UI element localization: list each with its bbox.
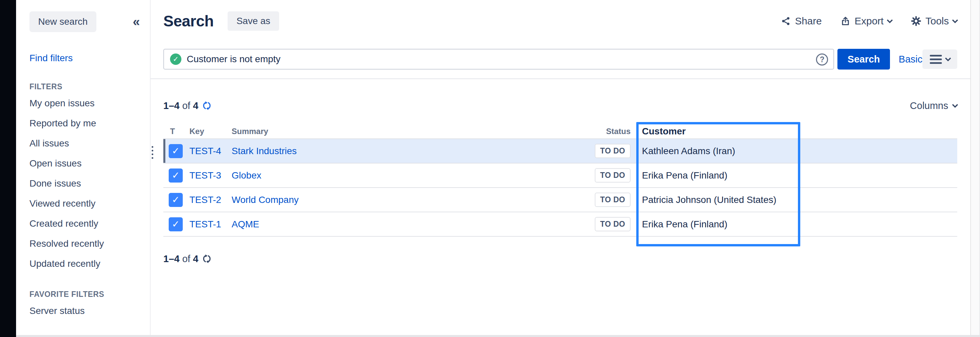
customer-value: Erika Pena (Finland): [631, 219, 800, 230]
row-checkbox[interactable]: ✓: [169, 144, 183, 158]
search-button[interactable]: Search: [837, 49, 890, 70]
columns-dropdown[interactable]: Columns: [910, 100, 957, 111]
sidebar-item-resolved-recently[interactable]: Resolved recently: [29, 234, 140, 254]
sidebar-item-done-issues[interactable]: Done issues: [29, 174, 140, 193]
sidebar-item-open-issues[interactable]: Open issues: [29, 153, 140, 174]
row-checkbox[interactable]: ✓: [169, 193, 183, 207]
status-badge: TO DO: [595, 168, 631, 182]
issue-summary-link[interactable]: AQME: [232, 219, 259, 229]
query-help-icon[interactable]: ?: [816, 54, 828, 65]
chevron-down-icon: [887, 17, 892, 23]
customer-value: Erika Pena (Finland): [631, 170, 800, 181]
issue-search-page: New search « Find filters FILTERS My ope…: [0, 0, 980, 337]
sidebar-item-updated-recently[interactable]: Updated recently: [29, 254, 140, 274]
issue-summary-link[interactable]: World Company: [232, 195, 299, 205]
tools-button[interactable]: Tools: [911, 15, 957, 27]
export-icon: [840, 16, 851, 26]
table-row[interactable]: ✓ TEST-2 World Company TO DO Patricia Jo…: [163, 188, 957, 212]
issue-key-link[interactable]: TEST-4: [189, 146, 221, 156]
table-row[interactable]: ✓ TEST-4 Stark Industries TO DO Kathleen…: [163, 139, 957, 163]
share-icon: [781, 16, 791, 26]
share-button[interactable]: Share: [781, 15, 822, 27]
column-header-summary[interactable]: Summary: [232, 127, 564, 136]
hamburger-icon: [930, 55, 942, 64]
issue-key-link[interactable]: TEST-2: [189, 195, 221, 205]
collapse-sidebar-icon[interactable]: «: [133, 15, 140, 28]
column-header-status[interactable]: Status: [564, 127, 631, 136]
query-input[interactable]: ✓ Customer is not empty ?: [163, 49, 834, 70]
status-badge: TO DO: [595, 217, 631, 231]
sidebar-item-created-recently[interactable]: Created recently: [29, 214, 140, 234]
status-badge: TO DO: [595, 193, 631, 207]
table-header-row: T Key Summary Status Customer: [163, 124, 957, 139]
favorite-filters-list: Server status: [29, 301, 140, 321]
vertical-scrollbar[interactable]: [970, 0, 980, 337]
sidebar-item-viewed-recently[interactable]: Viewed recently: [29, 193, 140, 214]
sidebar-item-my-open-issues[interactable]: My open issues: [29, 93, 140, 113]
results-count-top: 1–4of4: [163, 100, 212, 111]
filters-heading: FILTERS: [29, 82, 140, 91]
row-checkbox[interactable]: ✓: [169, 217, 183, 231]
find-filters-link[interactable]: Find filters: [29, 53, 140, 63]
tools-label: Tools: [926, 15, 949, 27]
sidebar-item-reported-by-me[interactable]: Reported by me: [29, 113, 140, 133]
basic-mode-link[interactable]: Basic: [899, 54, 923, 65]
filters-list: My open issues Reported by me All issues…: [29, 93, 140, 274]
list-view-menu-button[interactable]: [923, 49, 957, 69]
table-row[interactable]: ✓ TEST-1 AQME TO DO Erika Pena (Finland): [163, 212, 957, 237]
status-badge: TO DO: [595, 144, 631, 158]
export-button[interactable]: Export: [840, 15, 892, 27]
column-header-type[interactable]: T: [163, 127, 189, 136]
refresh-icon[interactable]: [202, 101, 212, 111]
sidebar-item-all-issues[interactable]: All issues: [29, 133, 140, 153]
chevron-down-icon: [952, 102, 958, 108]
results-count-bottom: 1–4of4: [163, 253, 212, 264]
new-search-button[interactable]: New search: [29, 11, 96, 32]
query-valid-check-icon: ✓: [170, 54, 181, 65]
gear-icon: [911, 16, 921, 27]
chevron-down-icon: [952, 17, 958, 23]
issue-summary-link[interactable]: Globex: [232, 170, 261, 180]
share-label: Share: [795, 15, 822, 27]
column-header-customer[interactable]: Customer: [631, 126, 800, 137]
window-bottom-edge: [16, 335, 980, 337]
page-title: Search: [163, 12, 213, 30]
table-row[interactable]: ✓ TEST-3 Globex TO DO Erika Pena (Finlan…: [163, 163, 957, 188]
issue-key-link[interactable]: TEST-3: [189, 170, 221, 180]
save-as-button[interactable]: Save as: [228, 11, 279, 31]
export-label: Export: [854, 15, 884, 27]
issue-key-link[interactable]: TEST-1: [189, 219, 221, 229]
customer-value: Patricia Johnson (United States): [631, 195, 800, 205]
search-results-panel: Search Save as Share: [151, 0, 980, 337]
chevron-down-icon: [945, 55, 951, 61]
issue-summary-link[interactable]: Stark Industries: [232, 146, 297, 156]
issue-table: T Key Summary Status Customer ✓ TEST-4 S…: [163, 124, 957, 237]
header-divider: [151, 78, 970, 79]
column-header-key[interactable]: Key: [189, 127, 232, 136]
customer-value: Kathleen Adams (Iran): [631, 146, 800, 157]
row-checkbox[interactable]: ✓: [169, 169, 183, 182]
query-text: Customer is not empty: [187, 54, 280, 65]
app-navigation-strip[interactable]: [0, 0, 16, 337]
refresh-icon[interactable]: [202, 254, 212, 264]
favorite-filters-heading: FAVORITE FILTERS: [29, 290, 140, 299]
filters-sidebar: New search « Find filters FILTERS My ope…: [16, 0, 151, 335]
sidebar-item-server-status[interactable]: Server status: [29, 301, 140, 321]
columns-label: Columns: [910, 100, 948, 111]
